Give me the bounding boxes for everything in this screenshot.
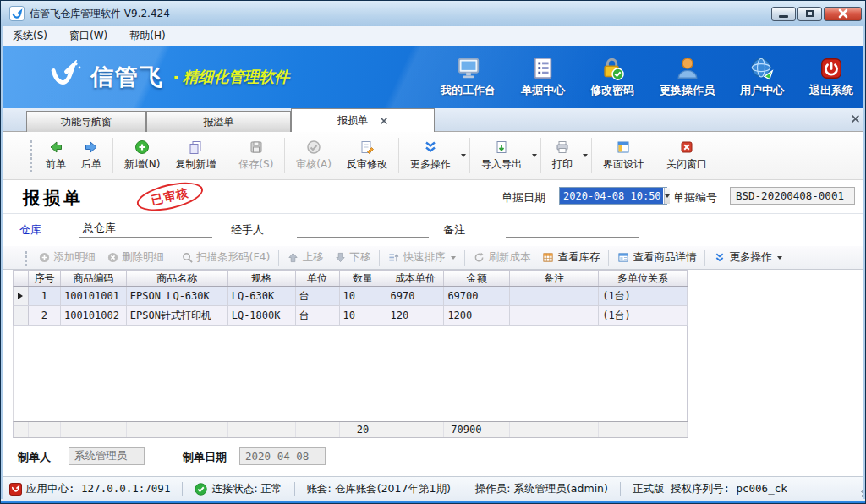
more-operations-label: 更多操作 [410, 157, 451, 172]
grid-header-multi-unit[interactable]: 多单位关系 [599, 271, 688, 286]
close-window-button[interactable]: 关闭窗口 [659, 136, 715, 175]
grid-header-no[interactable]: 序号 [29, 271, 61, 286]
tab-overflow-doc[interactable]: 报溢单 [146, 111, 291, 132]
close-button[interactable] [824, 7, 862, 21]
total-qty: 20 [340, 422, 387, 437]
connection-status: 连接状态: 正常 [195, 482, 282, 496]
more-operations-button[interactable]: 更多操作 [403, 136, 458, 175]
copy-new-button[interactable]: 复制新增 [167, 136, 223, 175]
grid-header-amount[interactable]: 金额 [444, 271, 510, 286]
ui-design-button[interactable]: 界面设计 [595, 136, 651, 175]
banner-actions: 我的工作台 单据中心 修改密码 [441, 56, 853, 98]
menu-help[interactable]: 帮助(H) [129, 29, 165, 43]
unaudit-button[interactable]: 反审修改 [339, 136, 395, 175]
license-text: 正式版 授权序列号: pc006_ck [633, 482, 787, 496]
cell-qty: 10 [340, 287, 387, 305]
toolbar-separator [112, 138, 113, 173]
grid-header-code[interactable]: 商品编码 [61, 271, 127, 286]
doc-center-label: 单据中心 [521, 83, 565, 98]
plus-circle-icon [134, 140, 150, 155]
audit-button[interactable]: 审核(A) [288, 136, 339, 175]
next-doc-button[interactable]: 后单 [74, 136, 109, 175]
brand: 信管飞 · 精细化管理软件 [48, 60, 289, 94]
user-center-button[interactable]: 用户中心 [740, 56, 784, 98]
grid-more-operations-button[interactable]: 更多操作 [708, 248, 788, 267]
grid-header-unit[interactable]: 单位 [296, 271, 340, 286]
table-row[interactable]: 2 100101002 EPSON针式打印机 LQ-1800K 台 10 120… [13, 306, 688, 326]
grid-empty-area [13, 326, 688, 421]
doc-date-combo[interactable]: 2020-04-08 10:50 [559, 187, 667, 205]
tabbar-close-icon[interactable] [851, 114, 860, 123]
make-date-field: 2020-04-08 [239, 447, 326, 465]
import-export-button[interactable]: 导入导出 [474, 136, 529, 175]
switch-operator-button[interactable]: 更换操作员 [660, 56, 715, 98]
delete-detail-button[interactable]: 删除明细 [101, 248, 170, 267]
move-up-button[interactable]: 上移 [282, 248, 329, 267]
grid-header-name[interactable]: 商品名称 [127, 271, 228, 286]
grid-header-remark[interactable]: 备注 [510, 271, 599, 286]
move-down-button[interactable]: 下移 [329, 248, 376, 267]
print-dropdown-arrow-icon[interactable] [583, 154, 588, 157]
app-logo-icon [9, 6, 25, 21]
grid-totals-row: 20 70900 [13, 421, 688, 438]
save-floppy-icon [249, 140, 264, 155]
tab-loss-doc[interactable]: 报损单 [291, 108, 435, 132]
handler-field[interactable] [297, 221, 429, 238]
print-button[interactable]: 打印 [545, 136, 580, 175]
quick-sort-button[interactable]: 快速排序 [382, 248, 462, 267]
doc-fields-row: 仓库 总仓库 经手人 备注 [1, 214, 866, 246]
more-operations-dropdown-arrow-icon[interactable] [461, 154, 466, 157]
add-detail-button[interactable]: 添加明细 [33, 248, 101, 267]
operator-status: 操作员: 系统管理员(admin) [475, 482, 608, 496]
tab-overflow-doc-label: 报溢单 [204, 115, 234, 129]
cell-spec: LQ-1800K [228, 306, 296, 325]
scan-barcode-button[interactable]: 扫描条形码(F4) [176, 248, 276, 267]
prev-doc-button[interactable]: 前单 [38, 136, 74, 175]
workbench-button[interactable]: 我的工作台 [441, 56, 496, 98]
view-stock-button[interactable]: 查看库存 [536, 248, 606, 267]
view-product-detail-button[interactable]: 查看商品详情 [611, 248, 702, 267]
arrow-down-icon [335, 252, 346, 263]
view-stock-label: 查看库存 [557, 250, 600, 265]
grid-toolbar-separator [464, 250, 465, 266]
grid-header-qty[interactable]: 数量 [340, 271, 387, 286]
change-password-button[interactable]: 修改密码 [590, 56, 634, 98]
copy-new-label: 复制新增 [175, 157, 216, 172]
refresh-cost-button[interactable]: 刷新成本 [468, 248, 536, 267]
table-row[interactable]: 1 100101001 EPSON LQ-630K LQ-630K 台 10 6… [13, 287, 688, 306]
status-separator [463, 482, 463, 496]
cell-unit: 台 [296, 306, 340, 325]
tab-close-icon[interactable] [380, 117, 388, 125]
exit-system-button[interactable]: 退出系统 [809, 56, 853, 98]
cell-unit: 台 [296, 287, 340, 305]
license-status: 正式版 授权序列号: pc006_ck [633, 482, 787, 496]
grid-header-price[interactable]: 成本单价 [386, 271, 444, 286]
remark-field[interactable] [506, 221, 639, 238]
grid-header-indicator [14, 271, 29, 286]
add-new-button[interactable]: 新增(N) [117, 136, 167, 175]
status-bar: 应用中心: 127.0.0.1:7091 连接状态: 正常 账套: 仓库账套(2… [1, 477, 866, 501]
minimize-button[interactable] [771, 7, 796, 21]
save-button[interactable]: 保存(S) [231, 136, 281, 175]
menu-window[interactable]: 窗口(W) [69, 29, 107, 43]
warehouse-field[interactable]: 总仓库 [79, 221, 212, 238]
cell-price: 6970 [386, 287, 444, 305]
grid-more-operations-label: 更多操作 [729, 250, 771, 265]
import-export-icon [494, 140, 509, 155]
close-window-label: 关闭窗口 [666, 157, 707, 172]
tab-nav-window[interactable]: 功能导航窗 [26, 111, 146, 132]
layout-design-icon [616, 140, 631, 155]
maker-value: 系统管理员 [74, 449, 128, 463]
grid-more-dropdown-arrow-icon [777, 256, 782, 260]
menu-bar: 系统(S) 窗口(W) 帮助(H) [1, 26, 866, 46]
grid-header-spec[interactable]: 规格 [228, 271, 296, 286]
doc-date-dropdown-button[interactable] [664, 188, 670, 204]
cell-remark [510, 306, 599, 325]
make-date-value: 2020-04-08 [245, 450, 309, 463]
menu-system[interactable]: 系统(S) [13, 29, 47, 43]
maximize-button[interactable] [797, 7, 822, 21]
import-export-dropdown-arrow-icon[interactable] [532, 154, 537, 157]
doc-center-button[interactable]: 单据中心 [521, 56, 565, 98]
minimize-icon [779, 15, 788, 18]
refresh-icon [474, 252, 485, 263]
